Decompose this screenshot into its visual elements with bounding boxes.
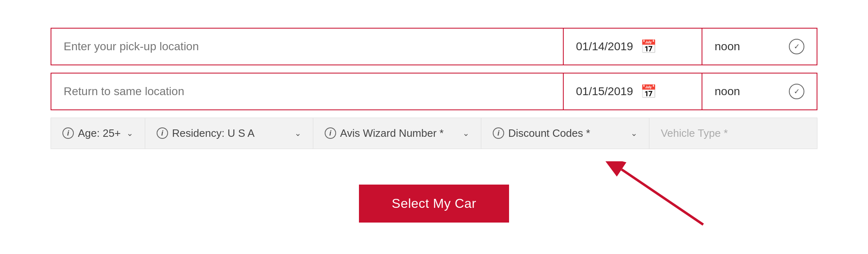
return-calendar-icon[interactable]: 📅 xyxy=(640,84,657,99)
return-date[interactable]: 01/15/2019 xyxy=(576,85,633,98)
pickup-calendar-icon[interactable]: 📅 xyxy=(640,39,657,54)
pickup-time-wrap: noon ✓ xyxy=(702,29,817,65)
discount-info-icon: i xyxy=(493,127,504,139)
discount-filter[interactable]: i Discount Codes * ⌄ xyxy=(481,118,649,149)
return-date-wrap: 01/15/2019 📅 xyxy=(564,74,702,109)
pickup-date[interactable]: 01/14/2019 xyxy=(576,40,633,53)
age-label: Age: 25+ xyxy=(78,127,121,140)
wizard-filter[interactable]: i Avis Wizard Number * ⌄ xyxy=(313,118,481,149)
pickup-row: 01/14/2019 📅 noon ✓ xyxy=(51,28,817,65)
age-chevron-icon: ⌄ xyxy=(126,128,133,138)
wizard-chevron-icon: ⌄ xyxy=(463,128,469,138)
wizard-info-icon: i xyxy=(325,127,336,139)
annotation-arrow xyxy=(589,161,711,227)
main-container: 01/14/2019 📅 noon ✓ 01/15/2019 📅 noon ✓ … xyxy=(26,11,842,243)
vehicle-filter[interactable]: Vehicle Type * xyxy=(649,118,817,149)
residency-label: Residency: U S A xyxy=(172,127,255,140)
return-row: 01/15/2019 📅 noon ✓ xyxy=(51,73,817,110)
annotation-area: Select My Car xyxy=(51,161,817,227)
svg-line-1 xyxy=(622,169,703,225)
return-time-wrap: noon ✓ xyxy=(702,74,817,109)
vehicle-label: Vehicle Type * xyxy=(661,127,728,140)
pickup-time-chevron[interactable]: ✓ xyxy=(789,39,804,54)
select-car-button[interactable]: Select My Car xyxy=(359,185,509,223)
return-time-chevron[interactable]: ✓ xyxy=(789,84,804,99)
discount-chevron-icon: ⌄ xyxy=(631,128,638,138)
residency-info-icon: i xyxy=(157,127,168,139)
discount-label: Discount Codes * xyxy=(508,127,590,140)
return-time[interactable]: noon xyxy=(715,85,740,98)
pickup-time[interactable]: noon xyxy=(715,40,740,53)
residency-filter[interactable]: i Residency: U S A ⌄ xyxy=(145,118,313,149)
pickup-location-input[interactable] xyxy=(51,29,563,65)
return-location-input[interactable] xyxy=(51,74,563,109)
age-filter[interactable]: i Age: 25+ ⌄ xyxy=(51,118,145,149)
residency-chevron-icon: ⌄ xyxy=(294,128,301,138)
wizard-label: Avis Wizard Number * xyxy=(340,127,444,140)
pickup-date-wrap: 01/14/2019 📅 xyxy=(564,29,702,65)
filters-row: i Age: 25+ ⌄ i Residency: U S A ⌄ i Avis… xyxy=(51,118,817,149)
age-info-icon: i xyxy=(62,127,74,139)
